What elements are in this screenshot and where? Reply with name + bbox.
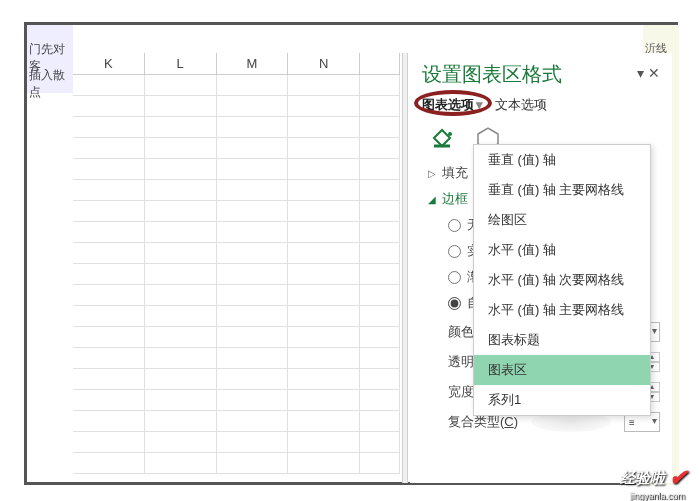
grid-cell[interactable] bbox=[360, 96, 400, 117]
grid-cell[interactable] bbox=[288, 390, 360, 411]
col-header-M[interactable]: M bbox=[217, 53, 289, 75]
grid-cell[interactable] bbox=[217, 327, 289, 348]
grid-cell[interactable] bbox=[145, 411, 217, 432]
grid-cell[interactable] bbox=[360, 411, 400, 432]
grid-cell[interactable] bbox=[360, 138, 400, 159]
grid-cell[interactable] bbox=[145, 117, 217, 138]
grid-cell[interactable] bbox=[288, 369, 360, 390]
grid-cell[interactable] bbox=[73, 285, 145, 306]
grid-cell[interactable] bbox=[288, 75, 360, 96]
grid-cell[interactable] bbox=[360, 222, 400, 243]
grid-cell[interactable] bbox=[73, 201, 145, 222]
grid-cell[interactable] bbox=[73, 138, 145, 159]
panel-dropdown-icon[interactable]: ▾ bbox=[637, 65, 644, 81]
grid-cell[interactable] bbox=[217, 390, 289, 411]
grid-cell[interactable] bbox=[288, 222, 360, 243]
grid-cell[interactable] bbox=[288, 138, 360, 159]
grid-cell[interactable] bbox=[217, 96, 289, 117]
grid-cell[interactable] bbox=[145, 138, 217, 159]
grid-cell[interactable] bbox=[73, 453, 145, 474]
grid-cell[interactable] bbox=[145, 96, 217, 117]
grid-cell[interactable] bbox=[217, 306, 289, 327]
dropdown-item[interactable]: 水平 (值) 轴 主要网格线 bbox=[474, 295, 650, 325]
grid-cell[interactable] bbox=[360, 264, 400, 285]
grid-cell[interactable] bbox=[217, 432, 289, 453]
dropdown-item[interactable]: 绘图区 bbox=[474, 205, 650, 235]
grid-cell[interactable] bbox=[73, 264, 145, 285]
grid-cell[interactable] bbox=[288, 306, 360, 327]
grid-cell[interactable] bbox=[288, 243, 360, 264]
grid-cell[interactable] bbox=[288, 285, 360, 306]
grid-cell[interactable] bbox=[360, 243, 400, 264]
col-header-K[interactable]: K bbox=[73, 53, 145, 75]
chevron-down-icon[interactable]: ▾ bbox=[476, 97, 483, 112]
grid-cell[interactable] bbox=[73, 348, 145, 369]
dropdown-item[interactable]: 系列1 bbox=[474, 385, 650, 415]
grid-cell[interactable] bbox=[360, 306, 400, 327]
tab-chart-options[interactable]: 图表选项▾ bbox=[422, 96, 483, 114]
grid-cell[interactable] bbox=[217, 159, 289, 180]
pane-splitter[interactable] bbox=[402, 53, 408, 483]
grid-cell[interactable] bbox=[288, 327, 360, 348]
grid-cell[interactable] bbox=[217, 348, 289, 369]
grid-cell[interactable] bbox=[217, 180, 289, 201]
grid-cell[interactable] bbox=[73, 411, 145, 432]
grid-cell[interactable] bbox=[73, 222, 145, 243]
grid-cell[interactable] bbox=[360, 369, 400, 390]
grid-cell[interactable] bbox=[217, 411, 289, 432]
grid-cell[interactable] bbox=[145, 264, 217, 285]
grid-cell[interactable] bbox=[360, 327, 400, 348]
grid-cell[interactable] bbox=[288, 96, 360, 117]
grid-cell[interactable] bbox=[73, 96, 145, 117]
grid-cell[interactable] bbox=[288, 201, 360, 222]
grid-cell[interactable] bbox=[217, 201, 289, 222]
grid-cell[interactable] bbox=[145, 75, 217, 96]
grid-cell[interactable] bbox=[73, 159, 145, 180]
grid-cell[interactable] bbox=[360, 180, 400, 201]
grid-cell[interactable] bbox=[360, 75, 400, 96]
dropdown-item[interactable]: 垂直 (值) 轴 主要网格线 bbox=[474, 175, 650, 205]
grid-cell[interactable] bbox=[145, 285, 217, 306]
grid-cell[interactable] bbox=[145, 369, 217, 390]
grid-cell[interactable] bbox=[217, 285, 289, 306]
grid-cell[interactable] bbox=[217, 75, 289, 96]
grid-cell[interactable] bbox=[73, 390, 145, 411]
radio-auto-input[interactable] bbox=[448, 297, 461, 310]
grid-cell[interactable] bbox=[145, 327, 217, 348]
grid-cell[interactable] bbox=[145, 432, 217, 453]
radio-gradient-line-input[interactable] bbox=[448, 271, 461, 284]
radio-solid-line-input[interactable] bbox=[448, 245, 461, 258]
grid-cell[interactable] bbox=[360, 159, 400, 180]
grid-cell[interactable] bbox=[288, 453, 360, 474]
grid-cell[interactable] bbox=[145, 306, 217, 327]
dropdown-item[interactable]: 水平 (值) 轴 bbox=[474, 235, 650, 265]
grid-cell[interactable] bbox=[145, 243, 217, 264]
grid-cell[interactable] bbox=[73, 432, 145, 453]
dropdown-item[interactable]: 垂直 (值) 轴 bbox=[474, 145, 650, 175]
grid-cell[interactable] bbox=[360, 117, 400, 138]
grid-cell[interactable] bbox=[217, 138, 289, 159]
grid-cell[interactable] bbox=[73, 117, 145, 138]
dropdown-item[interactable]: 图表区 bbox=[474, 355, 650, 385]
grid-cell[interactable] bbox=[288, 411, 360, 432]
grid-cell[interactable] bbox=[217, 117, 289, 138]
grid-cell[interactable] bbox=[145, 348, 217, 369]
grid-cell[interactable] bbox=[288, 348, 360, 369]
grid-cell[interactable] bbox=[288, 264, 360, 285]
grid-cell[interactable] bbox=[145, 390, 217, 411]
col-header-N[interactable]: N bbox=[288, 53, 360, 75]
grid-cell[interactable] bbox=[73, 327, 145, 348]
grid-cell[interactable] bbox=[288, 159, 360, 180]
grid-cell[interactable] bbox=[145, 453, 217, 474]
grid-cell[interactable] bbox=[145, 159, 217, 180]
grid-cell[interactable] bbox=[217, 264, 289, 285]
grid-cell[interactable] bbox=[360, 453, 400, 474]
grid-cell[interactable] bbox=[217, 369, 289, 390]
grid-cell[interactable] bbox=[360, 201, 400, 222]
dropdown-item[interactable]: 水平 (值) 轴 次要网格线 bbox=[474, 265, 650, 295]
grid-cell[interactable] bbox=[288, 117, 360, 138]
panel-close-icon[interactable]: ✕ bbox=[648, 65, 660, 81]
fill-line-icon[interactable] bbox=[428, 124, 456, 152]
grid-cell[interactable] bbox=[217, 453, 289, 474]
radio-no-line-input[interactable] bbox=[448, 219, 461, 232]
